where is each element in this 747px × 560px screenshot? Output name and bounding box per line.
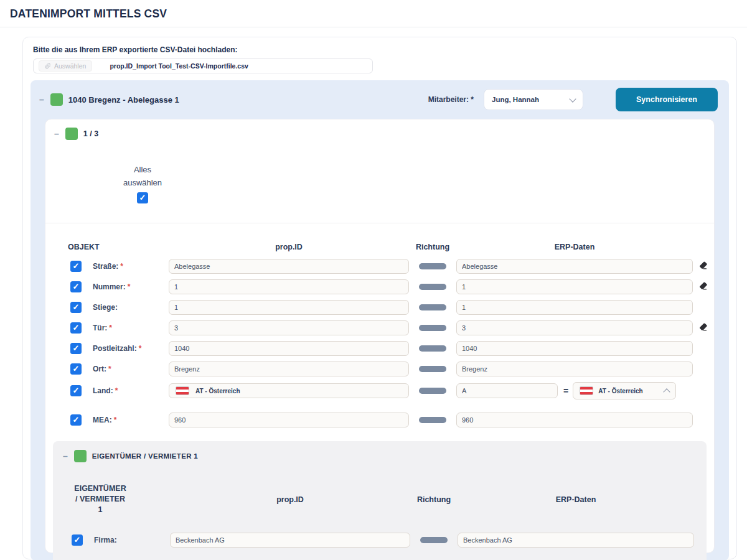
column-header-erp: ERP-Daten xyxy=(458,495,694,504)
table-row: Tür:* xyxy=(68,320,704,335)
country-value: AT - Österreich xyxy=(195,388,240,394)
paperclip-icon xyxy=(45,63,51,69)
propid-input[interactable] xyxy=(169,320,409,335)
select-all-label: Alles xyxy=(108,163,177,176)
row-checkbox[interactable] xyxy=(70,322,82,334)
choose-file-label: Auswählen xyxy=(54,62,86,70)
erp-input[interactable] xyxy=(456,413,693,427)
owner-section-header: – EIGENTÜMER / VERMIETER 1 xyxy=(53,441,707,462)
row-checkbox[interactable] xyxy=(70,343,82,354)
select-all-checkbox[interactable] xyxy=(137,192,148,203)
equals-icon: = xyxy=(563,386,568,396)
propid-input[interactable] xyxy=(169,259,409,274)
status-green-icon xyxy=(50,93,63,106)
required-asterisk: * xyxy=(108,365,111,373)
collapse-toggle-icon[interactable]: – xyxy=(63,451,68,461)
column-header-objekt: OBJEKT xyxy=(68,243,169,251)
owner-section: – EIGENTÜMER / VERMIETER 1 EIGENTÜMER / … xyxy=(53,441,707,560)
propid-country-field[interactable]: AT - Österreich xyxy=(169,383,409,398)
direction-pill-icon xyxy=(419,284,446,290)
column-header-propid: prop.ID xyxy=(169,243,409,251)
table-row: Firma: xyxy=(69,533,703,548)
owner-section-title: EIGENTÜMER / VERMIETER 1 xyxy=(92,452,198,460)
required-asterisk: * xyxy=(128,282,131,291)
direction-pill-icon xyxy=(419,366,446,372)
required-asterisk: * xyxy=(109,324,112,332)
erp-input[interactable] xyxy=(456,259,693,274)
erp-input[interactable] xyxy=(456,383,558,398)
required-asterisk: * xyxy=(139,344,142,353)
propid-input[interactable] xyxy=(169,341,409,356)
field-label: MEA: xyxy=(93,416,112,424)
table-header-row: EIGENTÜMER / VERMIETER 1 prop.ID Richtun… xyxy=(69,483,703,515)
divider xyxy=(45,223,714,223)
select-all-label: auswählen xyxy=(108,176,177,189)
file-upload-field[interactable]: Auswählen prop.ID_Import Tool_Test-CSV-I… xyxy=(33,58,373,73)
owner-mapping-table: EIGENTÜMER / VERMIETER 1 prop.ID Richtun… xyxy=(53,483,707,560)
object-mapping-table: OBJEKT prop.ID Richtung ERP-Daten Straße… xyxy=(45,243,714,427)
table-header-row: OBJEKT prop.ID Richtung ERP-Daten xyxy=(68,243,704,251)
erp-input[interactable] xyxy=(456,320,693,335)
erp-input[interactable] xyxy=(456,279,693,294)
field-label: Straße: xyxy=(93,262,118,271)
collapse-toggle-icon[interactable]: – xyxy=(39,95,44,105)
propid-input[interactable] xyxy=(169,300,409,315)
erp-input[interactable] xyxy=(456,300,693,315)
row-checkbox[interactable] xyxy=(70,414,82,426)
table-row: Postleitzahl:* xyxy=(68,341,704,356)
eraser-icon[interactable] xyxy=(698,322,708,332)
required-asterisk: * xyxy=(115,386,118,395)
erp-input[interactable] xyxy=(458,533,694,548)
unit-card-title: 1 / 3 xyxy=(83,129,98,138)
propid-input[interactable] xyxy=(169,279,409,294)
row-checkbox[interactable] xyxy=(70,302,82,313)
direction-pill-icon xyxy=(419,417,446,423)
object-title: 1040 Bregenz - Abelegasse 1 xyxy=(68,95,179,105)
direction-pill-icon xyxy=(419,388,446,394)
mitarbeiter-select[interactable]: Jung, Hannah xyxy=(484,89,583,110)
field-label: Stiege: xyxy=(93,303,118,312)
collapse-toggle-icon[interactable]: – xyxy=(54,129,59,139)
row-checkbox[interactable] xyxy=(72,534,83,546)
country-mapping-select[interactable]: AT - Österreich xyxy=(573,382,676,399)
row-checkbox[interactable] xyxy=(70,385,82,396)
direction-pill-icon xyxy=(419,345,446,352)
page-header: DATENIMPORT MITTELS CSV xyxy=(0,0,747,27)
field-label: Tür: xyxy=(93,324,107,332)
propid-input[interactable] xyxy=(169,362,409,376)
erp-input[interactable] xyxy=(456,341,693,356)
status-green-icon xyxy=(74,450,87,462)
row-checkbox[interactable] xyxy=(70,363,82,375)
propid-input[interactable] xyxy=(170,533,410,548)
field-label: Nummer: xyxy=(93,282,126,291)
required-asterisk: * xyxy=(114,416,117,424)
table-row: Stiege: xyxy=(68,300,704,315)
table-row: Land:* AT - Österreich = AT - Österreich xyxy=(68,382,704,399)
row-checkbox[interactable] xyxy=(70,261,82,272)
import-panel: Bitte die aus Ihrem ERP exportierte CSV-… xyxy=(22,37,737,559)
choose-file-button[interactable]: Auswählen xyxy=(39,60,92,72)
table-row: Straße:* xyxy=(68,259,704,274)
austria-flag-icon xyxy=(580,386,593,395)
erp-input[interactable] xyxy=(456,362,693,376)
propid-input[interactable] xyxy=(169,413,409,427)
eraser-icon[interactable] xyxy=(698,281,708,291)
column-header-richtung: Richtung xyxy=(409,243,456,251)
eraser-icon[interactable] xyxy=(698,261,708,270)
column-header-richtung: Richtung xyxy=(410,495,458,504)
direction-pill-icon xyxy=(419,304,446,310)
synchronize-button[interactable]: Synchronisieren xyxy=(616,88,718,111)
mitarbeiter-label: Mitarbeiter: * xyxy=(428,95,474,104)
unit-card: – 1 / 3 Alles auswählen OBJEKT prop.ID R… xyxy=(45,119,715,553)
page-title: DATENIMPORT MITTELS CSV xyxy=(10,7,737,21)
object-section: – 1040 Bregenz - Abelegasse 1 Mitarbeite… xyxy=(31,80,729,560)
upload-instruction: Bitte die aus Ihrem ERP exportierte CSV-… xyxy=(33,45,729,54)
status-green-icon xyxy=(65,128,78,140)
row-checkbox[interactable] xyxy=(70,281,82,292)
unit-card-header: – 1 / 3 xyxy=(45,119,714,140)
mapped-country-value: AT - Österreich xyxy=(598,388,643,394)
chevron-up-icon xyxy=(664,388,670,395)
field-label: Postleitzahl: xyxy=(93,344,137,353)
table-row: Ort:* xyxy=(68,362,704,376)
chevron-down-icon xyxy=(569,95,576,102)
